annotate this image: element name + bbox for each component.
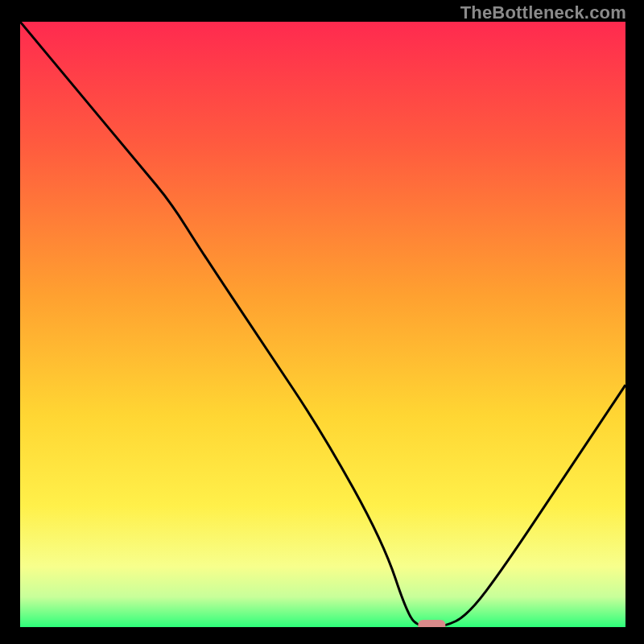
watermark-text: TheBottleneck.com <box>460 2 626 23</box>
gradient-background <box>20 22 625 627</box>
chart-frame <box>20 22 625 627</box>
optimal-marker <box>418 620 445 627</box>
bottleneck-chart <box>20 22 625 627</box>
